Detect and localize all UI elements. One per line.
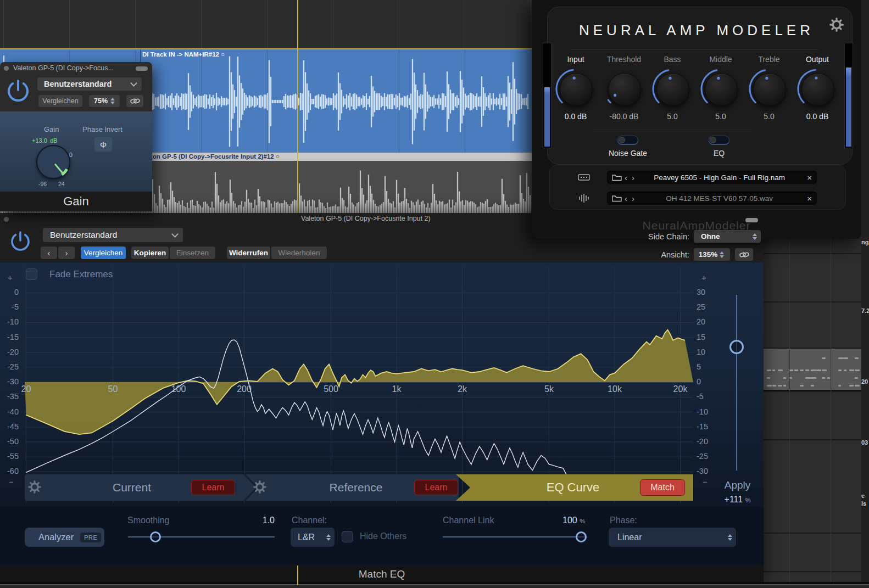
knob-value: 5.0 (764, 112, 774, 121)
nam-title: NEURAL AMP MODELER (532, 22, 861, 39)
playhead[interactable] (297, 0, 298, 213)
link-button[interactable] (735, 248, 753, 261)
midi-note (838, 369, 842, 371)
pre-badge[interactable]: PRE (80, 533, 101, 542)
next-file-button[interactable]: › (630, 173, 637, 182)
apply-value: +111 % (717, 495, 758, 505)
view-stepper[interactable]: 135% (694, 248, 730, 261)
toolbar-button-einsetzen[interactable]: Einsetzen (170, 247, 215, 259)
axis-zoom-in[interactable]: + (701, 273, 706, 282)
file-row: ‹›Peavey 6505 - High Gain - Full Rig.nam… (577, 170, 830, 184)
gain-knob-needle (36, 145, 70, 179)
toolbar-button-kopieren[interactable]: Kopieren (131, 247, 169, 259)
phase-dropdown[interactable]: Linear (609, 528, 736, 547)
preset-dropdown[interactable]: Benutzerstandard (37, 77, 142, 91)
right-axis-tick: 5 (697, 362, 715, 371)
hide-others-checkbox[interactable] (342, 531, 353, 542)
link-pill-icon[interactable] (745, 218, 758, 222)
nam-knob-threshold[interactable]: Threshold-80.0 dB (602, 55, 646, 132)
prev-file-button[interactable]: ‹ (622, 194, 630, 203)
nam-knob-input[interactable]: Input0.0 dB (554, 55, 598, 132)
left-axis-tick: -25 (0, 362, 19, 371)
freq-axis-tick: 100 (171, 384, 186, 394)
grid-line (399, 0, 399, 48)
zoom-stepper[interactable]: 75% (89, 95, 120, 107)
midi-note (816, 369, 821, 371)
link-button[interactable] (126, 95, 143, 107)
close-icon[interactable] (4, 217, 9, 222)
compare-button[interactable]: Vergleichen (38, 95, 82, 107)
window-title: Valeton GP-5 (DI Copy->Focus... (13, 64, 114, 72)
midi-note (822, 377, 825, 379)
reference-learn-button[interactable]: Learn (414, 480, 458, 495)
midi-note (822, 357, 826, 359)
toolbar-button-vergleichen[interactable]: Vergleichen (81, 247, 126, 259)
stepper-icon (720, 251, 724, 258)
right-axis-tick: 25 (697, 303, 715, 311)
side-chain-label: Side Chain: (623, 232, 689, 241)
gear-icon[interactable] (29, 481, 41, 493)
gear-icon[interactable] (254, 481, 266, 493)
power-icon[interactable] (9, 231, 31, 253)
prev-file-button[interactable]: ‹ (622, 173, 630, 182)
folder-icon[interactable] (611, 194, 622, 203)
folder-icon[interactable] (611, 173, 622, 182)
power-icon[interactable] (6, 79, 30, 103)
midi-note (772, 369, 775, 371)
side-chain-dropdown[interactable]: Ohne (694, 230, 761, 243)
stepper-icon (326, 534, 331, 541)
next-file-button[interactable]: › (630, 194, 637, 203)
link-pill-icon[interactable] (136, 66, 148, 71)
file-field[interactable]: ‹›Peavey 6505 - High Gain - Full Rig.nam… (607, 171, 817, 184)
lane-line (764, 301, 861, 303)
preset-dropdown[interactable]: Benutzerstandard (43, 228, 183, 242)
axis-zoom-out[interactable]: − (9, 477, 14, 486)
close-icon[interactable] (4, 66, 9, 71)
axis-zoom-in[interactable]: + (8, 273, 13, 282)
section-current-label: Current (113, 481, 151, 494)
nam-knob-middle[interactable]: Middle5.0 (699, 55, 743, 132)
channel-dropdown[interactable]: L&R (291, 528, 335, 547)
midi-region[interactable] (764, 348, 861, 391)
left-axis-tick: -45 (0, 422, 19, 431)
gain-titlebar[interactable]: Valeton GP-5 (DI Copy->Focus... (0, 62, 152, 75)
apply-slider-handle[interactable] (729, 340, 744, 354)
divider (571, 49, 818, 50)
match-button[interactable]: Match (640, 479, 685, 496)
file-row: ‹›OH 412 MES-ST V60 57-05.wav× (577, 191, 830, 205)
nam-knob-bass[interactable]: Bass5.0 (650, 55, 694, 132)
current-learn-button[interactable]: Learn (191, 480, 235, 495)
nam-knob-treble[interactable]: Treble5.0 (747, 55, 791, 132)
midi-note (811, 377, 816, 379)
gain-label: Gain (44, 125, 59, 133)
clear-file-icon[interactable]: × (802, 173, 817, 182)
analyzer-button[interactable]: Analyzer PRE (25, 528, 104, 547)
phase-invert-button[interactable]: Φ (94, 137, 112, 152)
nam-toggle-eq[interactable] (709, 136, 729, 144)
file-field[interactable]: ‹›OH 412 MES-ST V60 57-05.wav× (607, 192, 817, 205)
nam-knob-output[interactable]: Output0.0 dB (795, 55, 839, 132)
knob-value: 5.0 (715, 112, 726, 121)
apply-slider-track[interactable] (736, 295, 737, 471)
freq-axis-tick: 20 (21, 384, 31, 394)
freq-axis-tick: 5k (544, 384, 554, 394)
channel-link-slider[interactable] (443, 536, 585, 537)
prev-preset-button[interactable]: ‹ (41, 247, 57, 259)
nam-toggle-noise-gate[interactable] (617, 136, 638, 144)
toolbar-button-wiederholen[interactable]: Wiederholen (271, 247, 327, 259)
knob-value: 5.0 (667, 112, 677, 121)
axis-zoom-out[interactable]: − (703, 477, 708, 486)
freq-axis-tick: 50 (108, 384, 118, 394)
grid-line (465, 0, 465, 48)
smoothing-handle[interactable] (150, 531, 161, 542)
fade-extremes-checkbox[interactable] (26, 268, 37, 280)
channel-link-handle[interactable] (576, 531, 587, 542)
plugin-footer: Match EQ (0, 565, 764, 583)
right-axis-tick: -25 (697, 452, 715, 461)
eq-graph[interactable]: 0-5-10-15-20-25-30-35-40-45-50-55-603025… (0, 262, 764, 506)
gear-icon[interactable] (830, 18, 843, 31)
next-preset-button[interactable]: › (58, 247, 75, 259)
clear-file-icon[interactable]: × (802, 194, 817, 203)
grid-line (333, 0, 333, 48)
toolbar-button-widerrufen[interactable]: Widerrufen (227, 247, 270, 259)
